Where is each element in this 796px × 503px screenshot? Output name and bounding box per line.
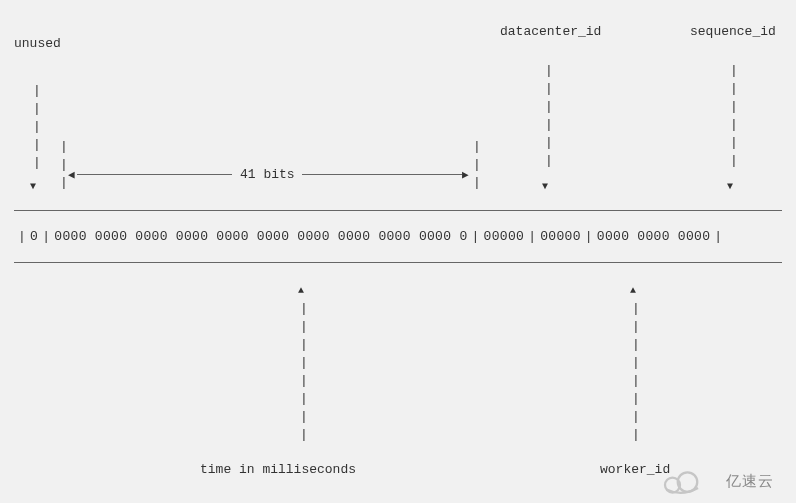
divider-icon: |: [38, 229, 54, 244]
divider-icon: |: [581, 229, 597, 244]
span-line-right: [302, 174, 462, 175]
label-datacenter-id: datacenter_id: [500, 24, 601, 39]
label-41-bits: 41 bits: [240, 167, 295, 182]
label-sequence-id: sequence_id: [690, 24, 776, 39]
arrow-down-icon: ▼: [30, 181, 36, 192]
field-timestamp-value: 0000 0000 0000 0000 0000 0000 0000 0000 …: [54, 229, 467, 244]
divider-icon: |: [524, 229, 540, 244]
box-top-rule: [14, 210, 782, 211]
arrow-right-icon: ▶: [462, 168, 469, 181]
label-time-ms: time in milliseconds: [200, 462, 356, 477]
watermark-text: 亿速云: [726, 472, 774, 491]
divider-icon: |: [710, 229, 726, 244]
pointer-worker-id: | | | | | | | |: [632, 300, 640, 444]
cloud-logo-icon: [658, 467, 708, 497]
arrow-up-icon: ▲: [298, 285, 304, 296]
bit-layout-row: | 0 | 0000 0000 0000 0000 0000 0000 0000…: [14, 229, 726, 244]
label-unused: unused: [14, 36, 61, 51]
arrow-down-icon: ▼: [542, 181, 548, 192]
field-datacenter-value: 00000: [484, 229, 525, 244]
box-bottom-rule: [14, 262, 782, 263]
arrow-up-icon: ▲: [630, 285, 636, 296]
pointer-timestamp-left: | | |: [60, 138, 68, 192]
pointer-datacenter: | | | | | |: [545, 62, 553, 170]
field-unused-value: 0: [30, 229, 38, 244]
pointer-unused: | | | | |: [33, 82, 41, 172]
pointer-sequence: | | | | | |: [730, 62, 738, 170]
span-line-left: [77, 174, 232, 175]
field-sequence-value: 0000 0000 0000: [597, 229, 710, 244]
pointer-timestamp-right: | | |: [473, 138, 481, 192]
pointer-time-ms: | | | | | | | |: [300, 300, 308, 444]
arrow-down-icon: ▼: [727, 181, 733, 192]
divider-icon: |: [14, 229, 30, 244]
arrow-left-icon: ◀: [68, 168, 75, 181]
divider-icon: |: [468, 229, 484, 244]
field-worker-value: 00000: [540, 229, 581, 244]
